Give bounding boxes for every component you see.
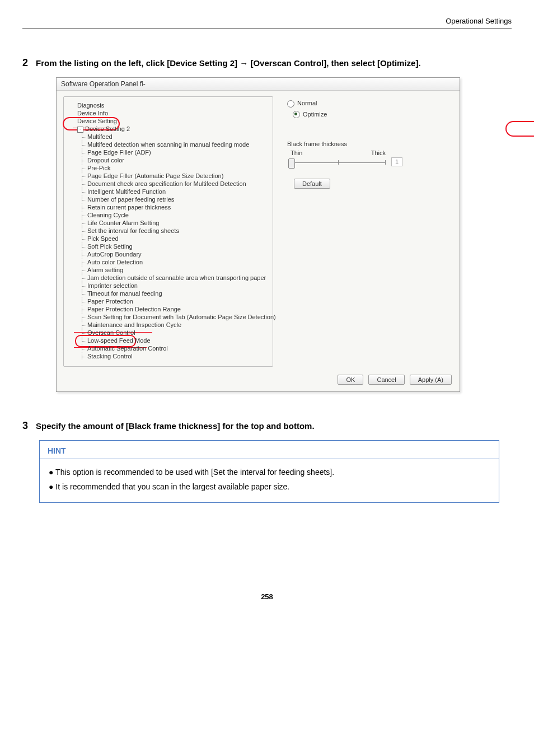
tree-item[interactable]: Imprinter selection bbox=[87, 282, 269, 290]
tree-item[interactable]: Stacking Control bbox=[87, 352, 269, 360]
tree-item[interactable]: Dropout color bbox=[87, 156, 269, 164]
tree-item[interactable]: Life Counter Alarm Setting bbox=[87, 219, 269, 227]
tree-item[interactable]: Maintenance and Inspection Cycle bbox=[87, 321, 269, 329]
step-2-number: 2 bbox=[22, 57, 36, 69]
tree-item[interactable]: Paper Protection Detection Range bbox=[87, 305, 269, 313]
tree-item[interactable]: Pick Speed bbox=[87, 235, 269, 242]
tree-item[interactable]: Page Edge Filler (ADF) bbox=[87, 148, 269, 156]
tree-item[interactable]: Automatic Separation Control bbox=[87, 344, 269, 352]
dialog-window: Software Operation Panel fi- Diagnosis D… bbox=[56, 77, 460, 392]
tree-item[interactable]: Intelligent Multifeed Function bbox=[87, 188, 269, 195]
tree-item[interactable]: Pre-Pick bbox=[87, 164, 269, 172]
tree-item[interactable]: Document check area specification for Mu… bbox=[87, 180, 269, 188]
slider-thumb-icon[interactable] bbox=[288, 158, 295, 169]
cancel-button[interactable]: Cancel bbox=[368, 375, 404, 385]
settings-tree: Diagnosis Device Info Device Setting -De… bbox=[63, 96, 273, 367]
tree-item-diagnosis[interactable]: Diagnosis bbox=[77, 101, 269, 109]
tree-item-device-info[interactable]: Device Info bbox=[77, 109, 269, 117]
tree-item[interactable]: Page Edge Filler (Automatic Page Size De… bbox=[87, 172, 269, 180]
hint-bullet: ● It is recommended that you scan in the… bbox=[49, 479, 490, 494]
tree-item-device-setting-2[interactable]: -Device Setting 2 Multifeed Multifeed de… bbox=[77, 125, 269, 361]
thickness-slider[interactable] bbox=[291, 157, 386, 169]
step-3-number: 3 bbox=[22, 420, 36, 432]
radio-label: Optimize bbox=[303, 111, 327, 118]
highlight-ring-optimize bbox=[505, 121, 534, 137]
radio-icon bbox=[293, 111, 300, 118]
tree-item[interactable]: Soft Pick Setting bbox=[87, 242, 269, 250]
tree-item[interactable]: Low-speed Feed Mode bbox=[87, 337, 269, 344]
hint-title: HINT bbox=[40, 441, 499, 459]
page-number: 258 bbox=[22, 592, 512, 601]
tree-item[interactable]: Alarm setting bbox=[87, 266, 269, 274]
tree-item[interactable]: Multifeed bbox=[87, 133, 269, 141]
hint-box: HINT ● This option is recommended to be … bbox=[39, 440, 499, 503]
tree-item[interactable]: Set the interval for feeding sheets bbox=[87, 227, 269, 235]
tree-item[interactable]: Timeout for manual feeding bbox=[87, 290, 269, 297]
tree-item-device-setting[interactable]: Device Setting bbox=[77, 117, 269, 125]
tree-label: Device Setting 2 bbox=[85, 125, 130, 132]
apply-button[interactable]: Apply (A) bbox=[410, 375, 452, 385]
tree-item[interactable]: Jam detection outside of scannable area … bbox=[87, 274, 269, 282]
default-button[interactable]: Default bbox=[294, 179, 330, 189]
tree-item[interactable]: Retain current paper thickness bbox=[87, 203, 269, 211]
tree-item[interactable]: Multifeed detection when scanning in man… bbox=[87, 141, 269, 148]
header-section: Operational Settings bbox=[22, 17, 512, 29]
tree-item[interactable]: Auto color Detection bbox=[87, 258, 269, 266]
ok-button[interactable]: OK bbox=[338, 375, 363, 385]
radio-optimize[interactable]: Optimize bbox=[293, 111, 453, 119]
thickness-label: Black frame thickness bbox=[287, 141, 453, 147]
radio-label: Normal bbox=[297, 100, 317, 106]
hint-bullet: ● This option is recommended to be used … bbox=[49, 465, 490, 480]
step-3-text: Specify the amount of [Black frame thick… bbox=[36, 420, 315, 432]
tree-collapse-icon[interactable]: - bbox=[77, 127, 83, 133]
tree-item[interactable]: Number of paper feeding retries bbox=[87, 195, 269, 203]
step-2-text: From the listing on the left, click [Dev… bbox=[36, 57, 421, 69]
dialog-title-bar: Software Operation Panel fi- bbox=[57, 78, 460, 91]
tree-item[interactable]: Scan Setting for Document with Tab (Auto… bbox=[87, 313, 269, 321]
radio-normal[interactable]: Normal bbox=[287, 100, 453, 108]
tree-item[interactable]: Cleaning Cycle bbox=[87, 211, 269, 219]
slider-min-label: Thin bbox=[291, 150, 302, 156]
tree-item[interactable]: AutoCrop Boundary bbox=[87, 250, 269, 258]
radio-icon bbox=[287, 100, 294, 108]
slider-max-label: Thick bbox=[371, 150, 386, 156]
tree-item-overscan-control[interactable]: Overscan Control bbox=[87, 329, 269, 337]
tree-item[interactable]: Paper Protection bbox=[87, 297, 269, 305]
thickness-value: 1 bbox=[391, 157, 402, 166]
